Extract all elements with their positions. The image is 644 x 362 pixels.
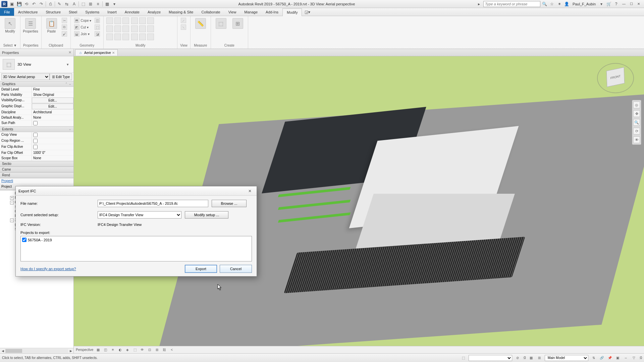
- browser-scrollbar[interactable]: ◀ ▶: [0, 348, 73, 353]
- far-clip-checkbox[interactable]: [33, 145, 38, 149]
- projects-list[interactable]: 56750A - 2019: [20, 236, 252, 261]
- tab-architecture[interactable]: Architecture: [14, 8, 42, 16]
- match-button[interactable]: 🖌: [61, 31, 68, 37]
- comm-icon[interactable]: ✶: [556, 1, 562, 7]
- tab-massing[interactable]: Massing & Site: [165, 8, 197, 16]
- tree-toggle-icon[interactable]: +: [10, 196, 14, 200]
- pan-icon[interactable]: ✥: [633, 110, 640, 117]
- delete-icon[interactable]: [147, 17, 154, 24]
- tab-file[interactable]: File: [0, 8, 14, 16]
- tab-systems[interactable]: Systems: [81, 8, 103, 16]
- prop-crop-view[interactable]: Crop View: [0, 132, 73, 138]
- properties-help-link[interactable]: Properti: [0, 178, 73, 183]
- join-button[interactable]: ⬓Join ▾: [73, 31, 92, 37]
- properties-header[interactable]: Properties ✕: [0, 49, 73, 56]
- 3d-icon[interactable]: ⬚: [80, 1, 86, 7]
- group-extents[interactable]: Extents⌄: [0, 126, 73, 132]
- tab-insert[interactable]: Insert: [103, 8, 121, 16]
- view-scale-label[interactable]: Perspective: [76, 348, 93, 352]
- paste-button[interactable]: 📋 Paste: [44, 17, 59, 34]
- edit-type-button[interactable]: ☰Edit Type: [50, 73, 72, 80]
- sign-in-icon[interactable]: ☆: [549, 1, 555, 7]
- section-icon[interactable]: ⊞: [88, 1, 94, 7]
- minimize-button[interactable]: —: [621, 1, 627, 7]
- create1-button[interactable]: ⬚: [214, 17, 228, 29]
- cut-button[interactable]: ✂: [61, 17, 68, 23]
- scale-icon[interactable]: [131, 25, 138, 32]
- demolish-icon[interactable]: [131, 34, 138, 40]
- properties-button[interactable]: ☰ Properties: [23, 17, 38, 34]
- prop-detail-level[interactable]: Detail LevelFine: [0, 87, 73, 92]
- save-icon[interactable]: 💾: [16, 1, 22, 7]
- close-tab-icon[interactable]: ✕: [112, 51, 115, 55]
- geo1-button[interactable]: ◫: [94, 17, 101, 23]
- split-icon[interactable]: [114, 34, 121, 40]
- sb-requests-icon[interactable]: ⇅: [591, 355, 596, 361]
- dropdown-icon[interactable]: ▾: [598, 1, 604, 7]
- user-icon[interactable]: 👤: [564, 1, 570, 7]
- copy-mod-icon[interactable]: [114, 25, 121, 32]
- align-icon[interactable]: [106, 17, 113, 24]
- render-icon[interactable]: ◈: [125, 347, 130, 353]
- cart-icon[interactable]: 🛒: [606, 1, 612, 7]
- ribbon-expand-icon[interactable]: ◲▾: [305, 8, 310, 16]
- orbit-icon[interactable]: ⟳: [633, 128, 640, 134]
- tab-view[interactable]: View: [224, 8, 240, 16]
- geo2-button[interactable]: ⬚: [94, 24, 101, 30]
- tree-toggle-icon[interactable]: -: [10, 201, 14, 204]
- close-button[interactable]: ✕: [635, 1, 642, 7]
- switch-windows-icon[interactable]: ▾: [111, 1, 117, 7]
- tree-toggle-icon[interactable]: -: [10, 219, 14, 222]
- instance-selector[interactable]: 3D View: Aerial persp: [1, 73, 50, 80]
- chevron-left-icon[interactable]: <: [169, 347, 174, 353]
- align-icon[interactable]: ⇆: [64, 1, 70, 7]
- help-link[interactable]: How do I specify an export setup?: [20, 267, 76, 271]
- search-input[interactable]: [483, 1, 540, 7]
- measure-icon[interactable]: ✎: [56, 1, 62, 7]
- cope-button[interactable]: ⬒Cope ▾: [73, 17, 92, 23]
- project-checkbox[interactable]: [22, 238, 26, 242]
- reveal-icon[interactable]: ⊡: [147, 347, 152, 353]
- sb-select-face-icon[interactable]: ▣: [615, 355, 621, 361]
- open-icon[interactable]: ▣: [9, 1, 15, 7]
- group-icon[interactable]: [139, 34, 146, 40]
- crop-region-checkbox[interactable]: [33, 139, 38, 143]
- app-logo[interactable]: R: [1, 1, 7, 7]
- unpin-icon[interactable]: [139, 17, 146, 24]
- type-selector[interactable]: ⬚ 3D View ▾: [0, 56, 73, 73]
- sb-workset-combo[interactable]: Main Model: [545, 355, 588, 361]
- scroll-thumb[interactable]: [5, 349, 22, 353]
- print-icon[interactable]: ⎙: [47, 1, 53, 7]
- redo-icon[interactable]: ↷: [38, 1, 44, 7]
- user-name[interactable]: Paul_F_Aubin: [571, 2, 597, 6]
- trim-icon[interactable]: [106, 34, 113, 40]
- sb-filter-icon[interactable]: ▽: [631, 355, 637, 361]
- close-hidden-icon[interactable]: ▦: [104, 1, 110, 7]
- scroll-right-icon[interactable]: ▶: [68, 349, 73, 353]
- worksharing-icon[interactable]: ⊞: [154, 347, 160, 353]
- sun-icon[interactable]: ☀: [110, 347, 115, 353]
- info-center-icon[interactable]: ▸: [476, 1, 482, 7]
- tab-steel[interactable]: Steel: [65, 8, 81, 16]
- move-icon[interactable]: [106, 25, 113, 32]
- cut-geo-button[interactable]: ◩Cut ▾: [73, 24, 92, 30]
- prop-crop-region[interactable]: Crop Region ...: [0, 138, 73, 144]
- mirror-icon[interactable]: [122, 17, 129, 24]
- browse-button[interactable]: Browse ...: [212, 200, 247, 207]
- project-item[interactable]: 56750A - 2019: [22, 238, 250, 242]
- prop-scope-box[interactable]: Scope BoxNone: [0, 156, 73, 161]
- offset-icon[interactable]: [114, 17, 121, 24]
- view1-button[interactable]: ⟋: [180, 17, 187, 23]
- prop-parts-visibility[interactable]: Parts VisibilityShow Original: [0, 92, 73, 98]
- view-tab-active[interactable]: ⌂ Aerial perspective ✕: [75, 49, 118, 56]
- sun-path-checkbox[interactable]: [33, 121, 38, 125]
- sb-drag-icon[interactable]: ↔: [623, 355, 629, 361]
- tab-collaborate[interactable]: Collaborate: [197, 8, 224, 16]
- sb-exclude-icon[interactable]: ⊘: [515, 355, 520, 361]
- shadow-icon[interactable]: ◐: [117, 347, 123, 353]
- sb-select-icon[interactable]: ⬚: [461, 355, 466, 361]
- rotate-icon[interactable]: [122, 25, 129, 32]
- view-cube[interactable]: FRONT: [597, 63, 634, 93]
- prop-sun-path[interactable]: Sun Path: [0, 120, 73, 126]
- crop-icon[interactable]: ⬚: [132, 347, 138, 353]
